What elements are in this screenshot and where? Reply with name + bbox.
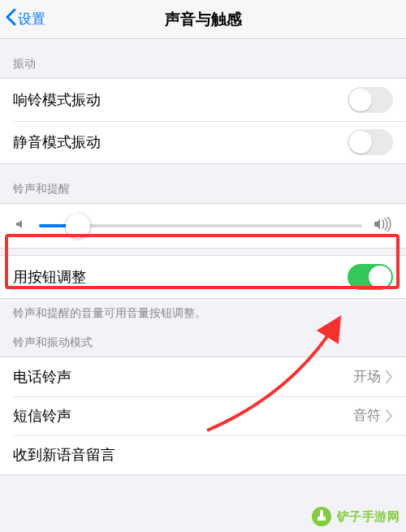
group-change-with-buttons: 用按钮调整 bbox=[0, 255, 406, 299]
slider-thumb[interactable] bbox=[66, 214, 90, 238]
row-text-tone[interactable]: 短信铃声 音符 bbox=[0, 396, 406, 435]
row-value: 开场 bbox=[353, 367, 381, 386]
row-vibrate-on-silent[interactable]: 静音模式振动 bbox=[0, 121, 406, 163]
page-title: 声音与触感 bbox=[0, 9, 406, 30]
row-label: 收到新语音留言 bbox=[13, 445, 393, 465]
switch-vibrate-on-silent[interactable] bbox=[348, 129, 393, 155]
back-label: 设置 bbox=[18, 10, 45, 28]
watermark-text: 铲子手游网 bbox=[337, 509, 400, 525]
row-ringtone[interactable]: 电话铃声 开场 bbox=[0, 357, 406, 396]
switch-change-with-buttons[interactable] bbox=[348, 264, 393, 290]
chevron-left-icon bbox=[5, 8, 18, 30]
row-label: 静音模式振动 bbox=[13, 132, 348, 152]
volume-slider[interactable] bbox=[39, 224, 362, 227]
watermark-logo-icon bbox=[311, 506, 332, 527]
row-label: 短信铃声 bbox=[13, 406, 353, 426]
chevron-right-icon bbox=[386, 409, 393, 422]
svg-rect-1 bbox=[320, 510, 323, 517]
watermark: 铲子手游网 bbox=[311, 506, 400, 527]
group-vibration: 响铃模式振动 静音模式振动 bbox=[0, 78, 406, 164]
speaker-high-icon bbox=[374, 217, 391, 236]
row-value: 音符 bbox=[353, 406, 381, 425]
group-patterns: 电话铃声 开场 短信铃声 音符 收到新语音留言 bbox=[0, 357, 406, 475]
chevron-right-icon bbox=[386, 370, 393, 383]
section-footer-buttons: 铃声和提醒的音量可用音量按钮调整。 bbox=[0, 299, 406, 324]
switch-vibrate-on-ring[interactable] bbox=[348, 87, 393, 113]
row-label: 用按钮调整 bbox=[13, 267, 348, 287]
row-vibrate-on-ring[interactable]: 响铃模式振动 bbox=[0, 79, 406, 121]
section-header-vibration: 振动 bbox=[0, 39, 406, 78]
speaker-low-icon bbox=[15, 218, 28, 235]
section-header-patterns: 铃声和振动模式 bbox=[0, 324, 406, 357]
row-label: 响铃模式振动 bbox=[13, 90, 348, 110]
volume-slider-row bbox=[0, 203, 406, 249]
row-label: 电话铃声 bbox=[13, 367, 353, 387]
row-new-voicemail[interactable]: 收到新语音留言 bbox=[0, 435, 406, 474]
row-change-with-buttons[interactable]: 用按钮调整 bbox=[0, 256, 406, 298]
section-header-ringer: 铃声和提醒 bbox=[0, 164, 406, 203]
back-button[interactable]: 设置 bbox=[0, 8, 45, 30]
svg-rect-2 bbox=[317, 517, 326, 521]
navbar: 设置 声音与触感 bbox=[0, 0, 406, 39]
